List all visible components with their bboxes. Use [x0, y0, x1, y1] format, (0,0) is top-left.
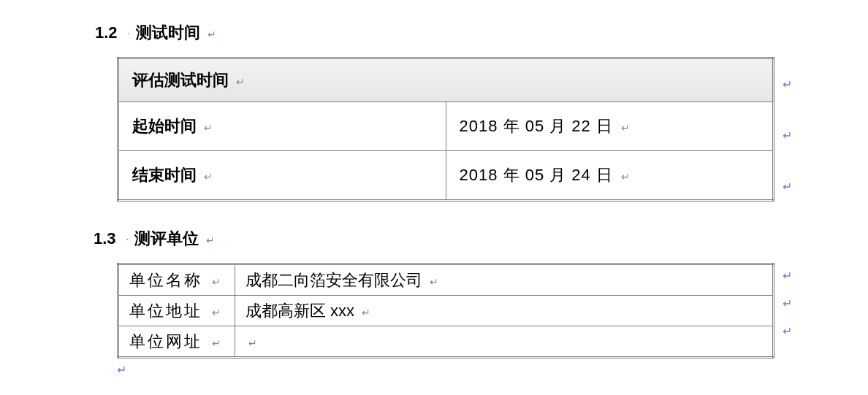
paragraph-mark-icon: ↵: [206, 234, 215, 246]
paragraph-mark-icon: ↵: [621, 171, 631, 183]
table-row: 起始时间 ↵ 2018 年 05 月 22 日 ↵: [118, 102, 774, 151]
table-row: 单位名称 ↵ 成都二向箔安全有限公司 ↵: [118, 264, 774, 296]
paragraph-mark-icon: ↵: [212, 337, 223, 349]
cell-end-time-label: 结束时间 ↵: [118, 151, 446, 201]
test-time-table-wrap: 评估测试时间 ↵ 起始时间 ↵ 2018 年 05 月 22 日 ↵ 结束时间 …: [117, 57, 774, 202]
cell-org-site-value[interactable]: ↵: [235, 326, 774, 358]
value-text: 成都二向箔安全有限公司: [245, 271, 422, 289]
heading-number: 1.3: [94, 229, 116, 248]
paragraph-mark-icon: ↵: [362, 307, 370, 318]
cell-start-time-label: 起始时间 ↵: [118, 102, 446, 151]
value-text: 2018 年 05 月 24 日: [460, 166, 613, 184]
label-text: 单位名称: [129, 271, 202, 289]
org-table-wrap: 单位名称 ↵ 成都二向箔安全有限公司 ↵ 单位地址 ↵ 成都高新区 xxx ↵: [117, 263, 774, 358]
paragraph-mark-icon: ↵: [248, 337, 257, 349]
table-header-cell: 评估测试时间 ↵: [118, 58, 774, 102]
label-text: 结束时间: [132, 166, 197, 184]
value-text: 成都高新区 xxx: [245, 302, 354, 320]
document-page: 1.2 · 测试时间 ↵ 评估测试时间 ↵ 起始时间 ↵ 2018 年 05 月…: [0, 0, 868, 391]
cell-end-time-value[interactable]: 2018 年 05 月 24 日 ↵: [446, 151, 774, 201]
heading-1-3: 1.3 · 测评单位 ↵: [94, 228, 824, 250]
paragraph-mark-icon: ↵: [204, 122, 213, 134]
label-text: 单位网址: [129, 332, 202, 350]
table-header-text: 评估测试时间: [132, 71, 229, 89]
heading-title: 测评单位: [134, 229, 199, 248]
table-row: 单位网址 ↵ ↵: [118, 326, 774, 358]
paragraph-mark-icon: ↵: [208, 28, 216, 40]
test-time-table: 评估测试时间 ↵ 起始时间 ↵ 2018 年 05 月 22 日 ↵ 结束时间 …: [117, 57, 774, 202]
paragraph-mark-icon: ↵: [430, 276, 438, 288]
row-end-mark-icon: ↵: [783, 129, 792, 142]
heading-1-2: 1.2 · 测试时间 ↵: [95, 22, 824, 44]
table-row: 结束时间 ↵ 2018 年 05 月 24 日 ↵: [118, 151, 774, 201]
label-text: 起始时间: [132, 117, 197, 135]
heading-title: 测试时间: [136, 23, 200, 42]
row-end-mark-icon: ↵: [783, 77, 792, 91]
paragraph-mark-icon: ↵: [212, 307, 223, 318]
table-row: 单位地址 ↵ 成都高新区 xxx ↵: [118, 296, 774, 326]
row-end-mark-icon: ↵: [783, 269, 792, 283]
paragraph-mark-icon: ↵: [236, 76, 245, 88]
cell-start-time-value[interactable]: 2018 年 05 月 22 日 ↵: [446, 102, 774, 151]
cell-org-site-label: 单位网址 ↵: [118, 326, 235, 358]
paragraph-mark-icon: ↵: [204, 171, 213, 183]
paragraph-mark-icon: ↵: [621, 122, 631, 134]
table-header-row: 评估测试时间 ↵: [118, 58, 774, 102]
value-text: 2018 年 05 月 22 日: [460, 117, 613, 135]
label-text: 单位地址: [129, 302, 202, 320]
org-table: 单位名称 ↵ 成都二向箔安全有限公司 ↵ 单位地址 ↵ 成都高新区 xxx ↵: [117, 263, 774, 358]
cell-org-name-value[interactable]: 成都二向箔安全有限公司 ↵: [235, 264, 774, 296]
cell-org-name-label: 单位名称 ↵: [118, 264, 235, 296]
heading-number: 1.2: [95, 23, 118, 42]
row-end-mark-icon: ↵: [783, 324, 792, 338]
word-separator-dot: ·: [128, 30, 130, 38]
cell-org-addr-value[interactable]: 成都高新区 xxx ↵: [235, 296, 774, 326]
word-separator-dot: ·: [126, 236, 129, 244]
row-end-mark-icon: ↵: [783, 296, 792, 310]
paragraph-mark-icon: ↵: [212, 276, 223, 288]
trailing-paragraph-mark: ↵: [117, 363, 824, 377]
row-end-mark-icon: ↵: [783, 180, 792, 193]
cell-org-addr-label: 单位地址 ↵: [118, 296, 235, 326]
